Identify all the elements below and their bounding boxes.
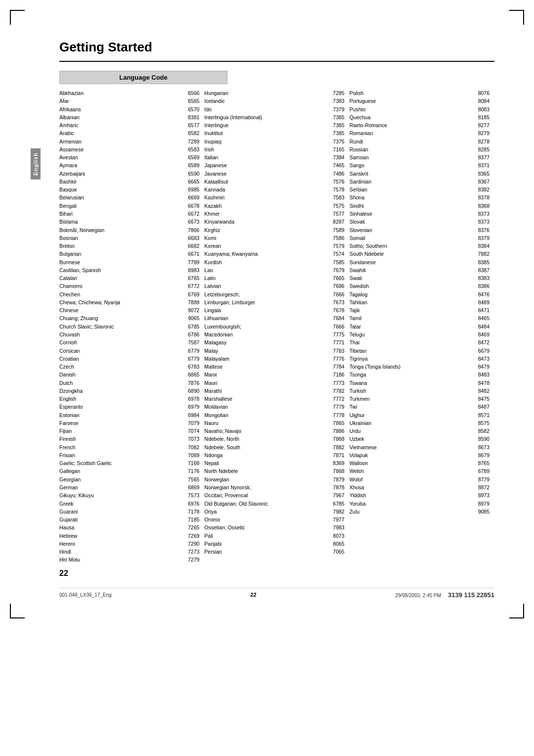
- language-code: 6679: [471, 347, 490, 355]
- language-name: Hausa: [59, 523, 180, 531]
- language-name: Tswana: [350, 379, 471, 387]
- language-code: 7868: [326, 467, 345, 475]
- list-item: Assamese6583: [59, 145, 199, 153]
- list-item: Turkmen8475: [350, 395, 490, 403]
- language-code: 8367: [471, 178, 490, 186]
- language-code: 7871: [326, 451, 345, 459]
- language-code: 7679: [326, 266, 345, 274]
- language-column-3: Polish8076Portuguese8084Pushto8083Quechu…: [350, 89, 494, 564]
- list-item: Afrikaans6570: [59, 105, 199, 113]
- list-item: Amharic6577: [59, 121, 199, 129]
- language-name: Somali: [350, 234, 471, 242]
- language-code: 6785: [326, 500, 345, 508]
- language-name: Finnish: [59, 435, 180, 443]
- language-name: Javanese: [204, 170, 325, 178]
- list-item: Kazakh7575: [204, 202, 344, 210]
- language-code: 6779: [180, 347, 199, 355]
- footer: 001-046_LX36_17_Eng 22 29/08/2003, 2:45 …: [59, 588, 494, 599]
- language-name: Icelandic: [204, 97, 325, 105]
- language-code: 9085: [471, 508, 490, 516]
- language-name: Azerbaijani: [59, 170, 180, 178]
- language-code: 6671: [180, 250, 199, 258]
- list-item: South Ndebele7882: [350, 250, 490, 258]
- language-name: Uzbek: [350, 435, 471, 443]
- list-item: Sanskrit8365: [350, 170, 490, 178]
- list-item: Burmese7789: [59, 258, 199, 266]
- list-item: Breton6682: [59, 242, 199, 250]
- language-code: 7773: [326, 379, 345, 387]
- list-item: Rundi8278: [350, 138, 490, 145]
- tab-english[interactable]: English: [31, 148, 41, 180]
- language-code: 7573: [180, 491, 199, 499]
- list-item: Macedonian7775: [204, 331, 344, 338]
- language-name: Afar: [59, 97, 180, 105]
- language-name: Basque: [59, 186, 180, 193]
- language-code: 7178: [180, 508, 199, 516]
- language-name: Italian: [204, 153, 325, 161]
- language-name: Bislama: [59, 218, 180, 226]
- language-name: Latvian: [204, 282, 325, 290]
- language-name: Irish: [204, 145, 325, 153]
- language-name: Swati: [350, 274, 471, 282]
- language-code: 7279: [180, 556, 199, 564]
- list-item: Arabic6582: [59, 129, 199, 137]
- language-code: 8381: [180, 113, 199, 121]
- language-name: Frisian: [59, 451, 180, 459]
- language-name: Kuanyama; Kwanyama: [204, 250, 325, 258]
- language-name: Church Slavic; Slavonic: [59, 323, 180, 331]
- language-name: Dzongkha: [59, 387, 180, 395]
- list-item: French7082: [59, 443, 199, 451]
- language-name: Kirghiz: [204, 226, 325, 234]
- language-name: Belarusian: [59, 193, 180, 201]
- language-code: 8387: [471, 266, 490, 274]
- list-item: Norwegian Nynorsk;7878: [204, 483, 344, 491]
- language-code: 6589: [180, 161, 199, 169]
- language-code: 7089: [180, 451, 199, 459]
- list-item: Bislama6673: [59, 218, 199, 226]
- language-name: Occitan; Provencal: [204, 491, 325, 499]
- list-item: North Ndebele7868: [204, 467, 344, 475]
- language-name: Tatar: [350, 323, 471, 331]
- list-item: Abkhazian6566: [59, 89, 199, 97]
- language-name: Komi: [204, 234, 325, 242]
- list-item: Zulu9085: [350, 508, 490, 516]
- language-code: 7585: [326, 258, 345, 266]
- language-code: 7878: [326, 483, 345, 491]
- language-name: Gikuyu; Kikuyu: [59, 491, 180, 499]
- list-item: Sardinian8367: [350, 178, 490, 186]
- language-code: 7586: [326, 234, 345, 242]
- language-code: 6984: [180, 411, 199, 419]
- list-item: Ndebele, South7882: [204, 443, 344, 451]
- list-item: Chuvash6786: [59, 331, 199, 338]
- list-item: Sindhi8368: [350, 202, 490, 210]
- language-name: Panjabi: [204, 540, 325, 548]
- list-item: Kinyarwanda8287: [204, 218, 344, 226]
- language-code: 6570: [180, 105, 199, 113]
- language-name: Esperanto: [59, 403, 180, 411]
- list-item: Lithuanian7684: [204, 314, 344, 322]
- list-item: Yoruba8979: [350, 500, 490, 508]
- language-name: Bashkir: [59, 178, 180, 186]
- list-item: Hindi7273: [59, 548, 199, 556]
- list-item: Dzongkha6890: [59, 387, 199, 395]
- language-name: Moldavian: [204, 403, 325, 411]
- list-item: Czech6783: [59, 363, 199, 371]
- language-name: Thai: [350, 338, 471, 346]
- language-code: 7673: [326, 298, 345, 306]
- language-name: Bulgarian: [59, 250, 180, 258]
- language-code: 8083: [471, 105, 490, 113]
- language-name: Gallegan: [59, 467, 180, 475]
- language-code: 6869: [180, 483, 199, 491]
- language-name: Castilian, Spanish: [59, 266, 180, 274]
- list-item: Maori7773: [204, 379, 344, 387]
- language-name: Pali: [204, 532, 325, 540]
- language-name: Malayalam: [204, 355, 325, 363]
- language-code: 7289: [180, 138, 199, 145]
- list-item: Limburgan; Limburger7673: [204, 298, 344, 306]
- language-code: 7868: [326, 435, 345, 443]
- language-code: 8185: [471, 113, 490, 121]
- list-item: Greek6976: [59, 500, 199, 508]
- list-item: Wolof8779: [350, 475, 490, 483]
- language-code: 7577: [326, 210, 345, 218]
- language-code: 7185: [180, 516, 199, 523]
